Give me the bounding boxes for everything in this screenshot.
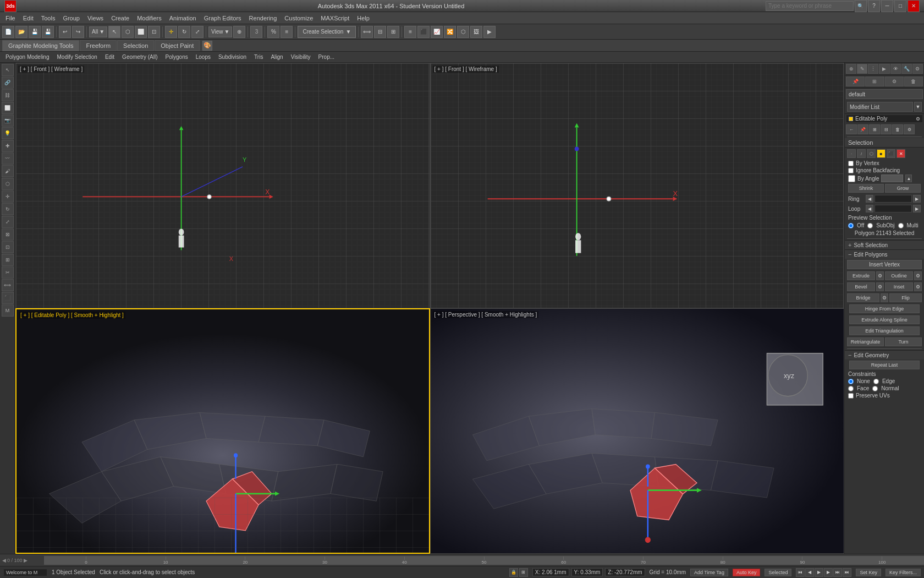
- quick-render-btn[interactable]: ▶: [483, 26, 496, 38]
- menu-create[interactable]: Create: [108, 14, 133, 23]
- menu-modifiers[interactable]: Modifiers: [134, 14, 165, 23]
- stab-prop[interactable]: Prop...: [315, 53, 338, 61]
- ring-right-btn[interactable]: ▶: [913, 195, 921, 203]
- stab-geometry-all[interactable]: Geometry (All): [119, 53, 161, 61]
- inset-btn[interactable]: Inset: [885, 282, 913, 291]
- lt-paint[interactable]: 🖌: [2, 165, 14, 177]
- redo-btn[interactable]: ↪: [72, 26, 84, 38]
- stab-loops[interactable]: Loops: [193, 53, 214, 61]
- bevel-settings-btn[interactable]: ⚙: [876, 282, 884, 291]
- new-btn[interactable]: 📄: [2, 26, 14, 38]
- lt-select[interactable]: ↖: [2, 64, 14, 76]
- bridge-btn[interactable]: Bridge: [847, 293, 879, 302]
- rp-btn-modify[interactable]: ✎: [857, 64, 867, 74]
- gtab-freeform[interactable]: Freeform: [80, 40, 117, 51]
- window-cross-btn[interactable]: ⊡: [148, 26, 160, 38]
- sel-config-icon[interactable]: ✕: [897, 149, 905, 158]
- select-name-btn[interactable]: ⬡: [122, 26, 134, 38]
- lt-link[interactable]: 🔗: [2, 77, 14, 89]
- lt-light[interactable]: 💡: [2, 127, 14, 139]
- menu-help[interactable]: Help: [354, 14, 373, 23]
- next-frame-btn[interactable]: ⏭: [833, 568, 842, 577]
- open-btn[interactable]: 📂: [15, 26, 28, 38]
- render-frame-btn[interactable]: 🖼: [470, 26, 482, 38]
- set-key-btn[interactable]: Set Key: [856, 569, 881, 576]
- lt-select2[interactable]: ⬡: [2, 178, 14, 190]
- lt-mirror[interactable]: ⟺: [2, 279, 14, 291]
- lt-array[interactable]: ⬛: [2, 292, 14, 304]
- rotate-btn[interactable]: ↻: [178, 26, 190, 38]
- viewport-top-right[interactable]: [ + ] [ Front ] [ Wireframe ] X: [430, 63, 845, 308]
- rp-pin-btn[interactable]: 📌: [846, 77, 865, 86]
- stab-polygons[interactable]: Polygons: [162, 53, 191, 61]
- create-selection-btn[interactable]: Create Selection ▼: [298, 26, 356, 38]
- extrude-btn[interactable]: Extrude: [847, 271, 875, 280]
- app-logo[interactable]: 3ds: [4, 0, 16, 12]
- menu-edit[interactable]: Edit: [20, 14, 37, 23]
- add-time-tag-btn[interactable]: Add Time Tag: [690, 569, 728, 576]
- gtab-graphite[interactable]: Graphite Modeling Tools: [2, 40, 79, 51]
- sel-vertex-icon[interactable]: ·: [847, 149, 856, 158]
- rp-options-btn[interactable]: ⚙: [885, 77, 904, 86]
- menu-customize[interactable]: Customize: [281, 14, 316, 23]
- lt-open-dialog[interactable]: M: [2, 304, 14, 317]
- select-filter[interactable]: All ▼: [89, 26, 107, 37]
- constraints-normal-radio[interactable]: [872, 386, 878, 391]
- sel-edge-icon[interactable]: /: [857, 149, 866, 158]
- lt-bind[interactable]: ⬜: [2, 102, 14, 114]
- viewport-bottom-left[interactable]: [ + ] [ Editable Poly ] [ Smooth + Highl…: [15, 308, 430, 554]
- mod-nav-copy[interactable]: ⊞: [869, 124, 880, 134]
- sel-element-icon[interactable]: ⬛: [887, 149, 895, 158]
- menu-file[interactable]: File: [2, 14, 19, 23]
- preview-off-radio[interactable]: [848, 223, 854, 228]
- bevel-btn[interactable]: Bevel: [847, 282, 875, 291]
- stab-tris[interactable]: Tris: [251, 53, 266, 61]
- ribbon-btn[interactable]: ⬛: [417, 26, 430, 38]
- curve-editor-btn[interactable]: 📈: [431, 26, 443, 38]
- prev-frame-btn[interactable]: ⏮: [796, 568, 805, 577]
- mod-nav-options[interactable]: ⚙: [904, 124, 915, 134]
- stab-visibility[interactable]: Visibility: [288, 53, 314, 61]
- percent-btn[interactable]: %: [267, 26, 279, 38]
- constraints-edge-radio[interactable]: [873, 379, 879, 384]
- lt-space-warp[interactable]: 〰: [2, 152, 14, 165]
- lt-camera[interactable]: 📷: [2, 114, 14, 127]
- extrude-along-spline-btn[interactable]: Extrude Along Spline: [849, 315, 920, 324]
- select-move-btn[interactable]: ✛: [165, 26, 177, 38]
- mod-nav-prev[interactable]: ←: [846, 124, 857, 134]
- mod-nav-trash[interactable]: 🗑: [892, 124, 903, 134]
- use-pivot-btn[interactable]: ⊕: [233, 26, 245, 38]
- ep-entry-editable-poly[interactable]: Editable Poly ⚙: [846, 114, 923, 123]
- keyword-search[interactable]: [766, 1, 854, 11]
- viewport-top-left[interactable]: [ + ] [ Front ] [ Wireframe ] X X: [15, 63, 430, 308]
- stab-subdivision[interactable]: Subdivision: [215, 53, 250, 61]
- maximize-btn[interactable]: □: [894, 0, 906, 12]
- menu-tools[interactable]: Tools: [38, 14, 59, 23]
- lt-scale[interactable]: ⤢: [2, 216, 14, 228]
- lt-place[interactable]: ⊞: [2, 254, 14, 266]
- spinner-snap-btn[interactable]: ≡: [280, 26, 293, 38]
- rp-trash-btn[interactable]: 🗑: [904, 77, 923, 86]
- ep-gear[interactable]: ⚙: [916, 116, 920, 122]
- rp-btn-display[interactable]: 👁: [890, 64, 901, 74]
- edit-geometry-expand[interactable]: − Edit Geometry: [845, 350, 924, 359]
- timeline-slider[interactable]: 0 10 20 30 40 50 60 70 80 90 100: [44, 556, 924, 565]
- shrink-btn[interactable]: Shrink: [848, 184, 884, 193]
- help-icon[interactable]: ?: [868, 0, 880, 12]
- rp-apply-btn[interactable]: ⊞: [865, 77, 884, 86]
- rp-btn-create[interactable]: ⊕: [846, 64, 856, 74]
- inset-settings-btn[interactable]: ⚙: [914, 282, 922, 291]
- num3-btn[interactable]: 3: [250, 26, 262, 38]
- bridge-settings-btn[interactable]: ⚙: [881, 293, 888, 302]
- material-btn[interactable]: ⬡: [457, 26, 469, 38]
- schematic-btn[interactable]: 🔀: [444, 26, 456, 38]
- preview-subobj-radio[interactable]: [867, 223, 873, 228]
- constraints-face-radio[interactable]: [848, 386, 854, 391]
- menu-rendering[interactable]: Rendering: [246, 14, 280, 23]
- align2-btn[interactable]: ⊞: [387, 26, 399, 38]
- rp-btn-misc[interactable]: ⚙: [912, 64, 923, 74]
- menu-group[interactable]: Group: [59, 14, 83, 23]
- by-vertex-checkbox[interactable]: [848, 161, 854, 166]
- scale-btn[interactable]: ⤢: [191, 26, 204, 38]
- soft-selection-expand[interactable]: + Soft Selection: [845, 240, 924, 249]
